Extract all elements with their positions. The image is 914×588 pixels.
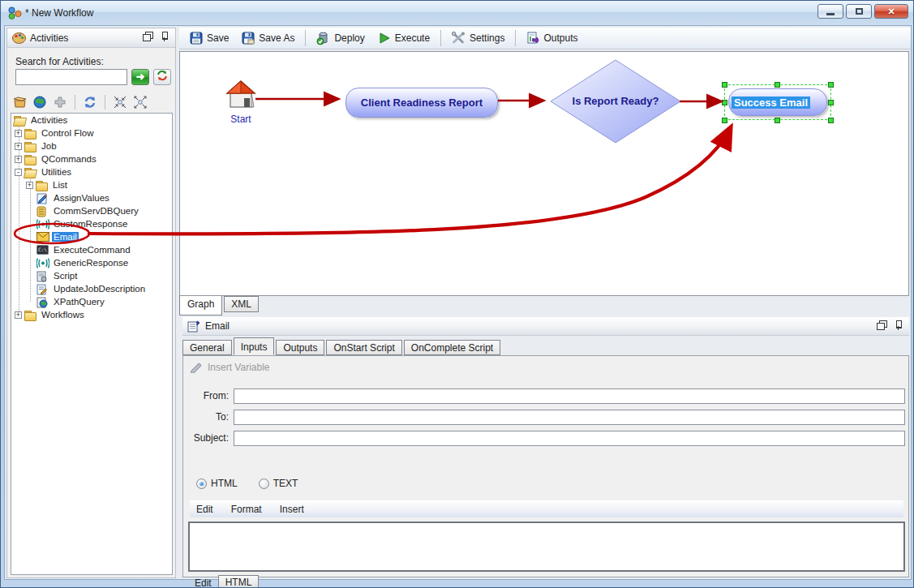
node-client-readiness-report[interactable]: Client Readiness Report — [345, 88, 498, 118]
float-panel-icon[interactable] — [877, 320, 886, 328]
tab-oncomplete-script[interactable]: OnComplete Script — [404, 340, 500, 355]
expander-icon[interactable]: + — [15, 130, 22, 137]
activities-tree: Activities + Control Flow + Job + QComma… — [11, 113, 173, 575]
expand-all-icon[interactable] — [133, 95, 148, 109]
tree-item-commservdbquery[interactable]: CommServDBQuery — [11, 204, 172, 217]
to-input[interactable] — [234, 410, 905, 425]
globe-icon[interactable] — [32, 95, 47, 109]
selection-handle[interactable] — [828, 100, 834, 105]
expander-icon[interactable]: + — [15, 156, 22, 163]
inputs-panel: Insert Variable From: To: Subject: HTML … — [182, 355, 909, 577]
email-activity-icon — [187, 320, 200, 333]
to-label: To: — [187, 411, 229, 423]
folder-icon — [24, 154, 36, 165]
tree-item-genericresponse[interactable]: GenericResponse — [11, 256, 172, 269]
tree-item-qcommands[interactable]: + QCommands — [11, 152, 172, 165]
palette-icon — [12, 32, 26, 44]
selection-handle[interactable] — [722, 100, 727, 105]
email-body-editor[interactable] — [188, 521, 905, 572]
pin-panel-icon[interactable] — [895, 320, 903, 330]
start-node-label[interactable]: Start — [212, 114, 269, 125]
outputs-button[interactable]: Outputs — [522, 30, 581, 46]
radio-unselected-icon — [259, 479, 269, 489]
tree-item-customresponse[interactable]: CustomResponse — [11, 217, 172, 230]
from-input[interactable] — [234, 388, 905, 404]
collapse-all-icon[interactable] — [113, 95, 127, 109]
xpath-globe-icon — [36, 297, 49, 307]
refresh-red-green-icon — [157, 70, 168, 81]
properties-panel-header[interactable]: Email — [182, 317, 909, 336]
text-radio[interactable]: TEXT — [259, 478, 298, 489]
workflow-canvas[interactable]: Start Client Readiness Report Is Report … — [179, 51, 909, 296]
menu-insert[interactable]: Insert — [280, 504, 304, 515]
refresh-icon[interactable] — [83, 95, 97, 109]
activities-panel-header[interactable]: Activities — [7, 28, 175, 48]
selection-handle[interactable] — [722, 118, 727, 123]
search-go-button[interactable]: ➜ — [131, 69, 149, 85]
minimize-button[interactable] — [817, 4, 843, 19]
tree-item-workflows[interactable]: + Workflows — [11, 308, 172, 321]
execute-button[interactable]: Execute — [374, 30, 434, 46]
close-button[interactable]: ✕ — [874, 4, 908, 19]
settings-button[interactable]: Settings — [448, 30, 508, 46]
archive-box-icon[interactable] — [12, 95, 27, 109]
tree-item-updatejobdescription[interactable]: UpdateJobDescription — [11, 282, 172, 295]
settings-icon — [452, 32, 466, 45]
start-node-icon[interactable] — [224, 78, 258, 112]
subject-input[interactable] — [234, 431, 905, 446]
expander-icon[interactable]: + — [15, 143, 22, 150]
selection-handle[interactable] — [828, 118, 834, 123]
script-icon — [36, 271, 49, 281]
maximize-button[interactable] — [846, 4, 872, 19]
tab-general[interactable]: General — [182, 340, 232, 355]
assign-values-icon — [36, 193, 49, 204]
tree-item-script[interactable]: Script — [11, 269, 172, 282]
folder-open-icon — [14, 115, 26, 126]
tree-item-executecommand[interactable]: C:\ ExecuteCommand — [11, 243, 172, 256]
expander-icon[interactable]: + — [26, 182, 33, 189]
properties-panel-title: Email — [205, 320, 230, 332]
html-radio[interactable]: HTML — [196, 478, 238, 489]
add-icon[interactable] — [53, 95, 67, 109]
execute-icon — [378, 32, 391, 45]
insert-variable-button[interactable]: Insert Variable — [190, 362, 269, 373]
tree-item-list[interactable]: + List — [11, 178, 172, 191]
tree-item-control-flow[interactable]: + Control Flow — [11, 127, 172, 139]
menu-format[interactable]: Format — [231, 504, 262, 515]
folder-icon — [24, 310, 36, 320]
search-refresh-button[interactable] — [153, 69, 171, 85]
selection-handle[interactable] — [828, 82, 834, 88]
properties-tab-bar: General Inputs Outputs OnStart Script On… — [182, 337, 502, 355]
tree-item-utilities[interactable]: - Utilities — [11, 165, 172, 178]
menu-edit[interactable]: Edit — [196, 504, 213, 515]
tab-inputs[interactable]: Inputs — [234, 337, 275, 355]
tree-item-xpathquery[interactable]: XPathQuery — [11, 295, 172, 308]
selection-rect — [724, 84, 831, 120]
pin-panel-icon[interactable] — [161, 32, 169, 41]
tab-graph[interactable]: Graph — [179, 296, 222, 315]
search-input[interactable] — [15, 69, 127, 85]
selection-handle[interactable] — [722, 82, 727, 88]
decision-node-label: Is Report Ready? — [562, 95, 669, 107]
tree-item-email[interactable]: Email — [11, 230, 172, 243]
selection-handle[interactable] — [775, 118, 780, 123]
title-bar[interactable]: * New Workflow ✕ — [1, 1, 914, 25]
tree-item-assignvalues[interactable]: AssignValues — [11, 191, 172, 204]
expander-icon[interactable]: - — [15, 169, 22, 176]
tab-outputs[interactable]: Outputs — [276, 340, 324, 355]
save-button[interactable]: Save — [186, 30, 233, 46]
float-panel-icon[interactable] — [143, 32, 152, 40]
save-as-button[interactable]: Save As — [238, 30, 298, 46]
tree-item-activities[interactable]: Activities — [11, 114, 172, 127]
tree-item-job[interactable]: + Job — [11, 139, 172, 152]
selection-handle[interactable] — [775, 82, 780, 88]
canvas-tab-bar: Graph XML — [179, 296, 259, 315]
editor-tab-edit[interactable]: Edit — [191, 575, 215, 588]
toolbar-separator — [105, 95, 105, 109]
tab-onstart-script[interactable]: OnStart Script — [326, 340, 401, 355]
expander-icon[interactable]: + — [15, 311, 22, 319]
toolbar-separator — [75, 95, 75, 109]
deploy-button[interactable]: Deploy — [312, 30, 368, 47]
tab-xml[interactable]: XML — [224, 296, 259, 312]
editor-tab-html[interactable]: HTML — [218, 575, 260, 588]
